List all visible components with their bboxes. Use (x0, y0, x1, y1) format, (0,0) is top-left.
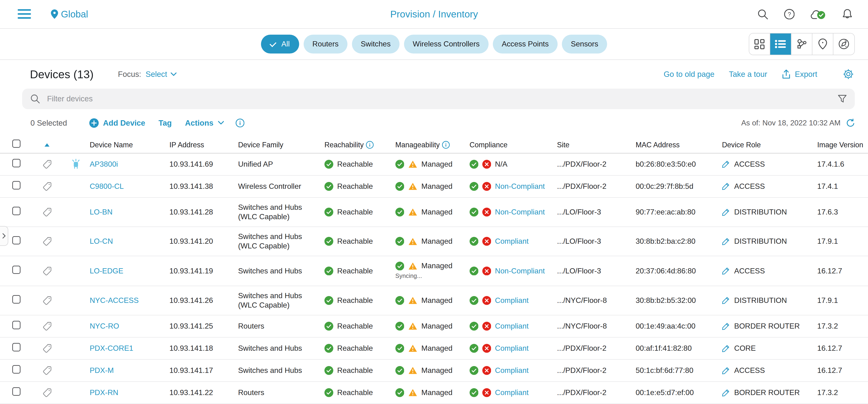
go-to-old-page-link[interactable]: Go to old page (664, 70, 715, 79)
column-header-device-name[interactable]: Device Name (90, 141, 169, 149)
tag-icon[interactable] (42, 344, 52, 353)
device-name-link[interactable]: NYC-RO (90, 322, 119, 330)
tag-icon[interactable] (42, 207, 52, 217)
check-circle-icon (395, 182, 404, 191)
info-icon[interactable] (236, 119, 245, 127)
device-name-link[interactable]: C9800-CL (90, 182, 124, 191)
compliance-link[interactable]: Non-Compliant (495, 266, 545, 276)
edit-role-pencil-icon[interactable] (722, 208, 730, 216)
side-panel-expander[interactable] (0, 226, 8, 246)
row-checkbox[interactable] (12, 343, 21, 351)
grid-view-icon[interactable] (749, 33, 770, 54)
edit-role-pencil-icon[interactable] (722, 322, 730, 330)
tag-icon[interactable] (42, 366, 52, 375)
edit-role-pencil-icon[interactable] (722, 296, 730, 304)
device-name-link[interactable]: PDX-CORE1 (90, 344, 133, 352)
device-name-link[interactable]: AP3800i (90, 160, 118, 168)
topology-view-icon[interactable] (792, 33, 812, 54)
device-name-link[interactable]: LO-EDGE (90, 267, 123, 275)
export-link[interactable]: Export (781, 69, 817, 79)
column-header-device-family[interactable]: Device Family (238, 141, 324, 149)
image-version-cell: 17.3.2 (817, 388, 868, 397)
help-icon[interactable]: ? (784, 9, 795, 20)
tag-icon[interactable] (42, 182, 52, 191)
filter-chip-all[interactable]: All (261, 35, 299, 54)
compliance-link[interactable]: Compliant (495, 344, 529, 353)
device-family-cell: Unified AP (238, 160, 324, 169)
device-name-link[interactable]: PDX-M (90, 366, 114, 375)
row-checkbox[interactable] (12, 387, 21, 396)
device-name-link[interactable]: LO-CN (90, 237, 113, 246)
column-header-mac-address[interactable]: MAC Address (636, 141, 722, 149)
tag-icon[interactable] (42, 388, 52, 397)
tag-button[interactable]: Tag (159, 119, 172, 127)
compliance-link[interactable]: Compliant (495, 296, 529, 305)
edit-role-pencil-icon[interactable] (722, 160, 730, 168)
tag-icon[interactable] (42, 296, 52, 305)
column-header-manageability[interactable]: Manageability (395, 141, 470, 149)
filter-chip-switches[interactable]: Switches (352, 35, 399, 54)
column-header-device-role[interactable]: Device Role (722, 141, 817, 149)
x-circle-icon (482, 182, 491, 191)
filter-chip-routers[interactable]: Routers (304, 35, 347, 54)
reachability-cell: Reachable (324, 388, 395, 397)
gear-icon[interactable] (843, 68, 854, 80)
column-header-reachability[interactable]: Reachability (324, 141, 395, 149)
compliance-link[interactable]: Non-Compliant (495, 207, 545, 217)
tag-icon[interactable] (42, 266, 52, 276)
info-icon[interactable] (366, 141, 374, 149)
info-icon[interactable] (442, 141, 450, 149)
tag-icon[interactable] (42, 321, 52, 331)
actions-dropdown[interactable]: Actions (185, 119, 224, 127)
row-checkbox[interactable] (12, 207, 21, 215)
cloud-status-icon[interactable] (810, 9, 826, 20)
notifications-bell-icon[interactable] (842, 9, 853, 20)
device-name-link[interactable]: NYC-ACCESS (90, 296, 139, 305)
compliance-link[interactable]: Compliant (495, 388, 529, 397)
filter-chip-access-points[interactable]: Access Points (493, 35, 557, 54)
svg-text:N: N (845, 39, 847, 42)
compliance-link[interactable]: Compliant (495, 321, 529, 331)
compliance-link[interactable]: Non-Compliant (495, 182, 545, 191)
select-all-checkbox[interactable] (12, 140, 21, 148)
filter-chip-sensors[interactable]: Sensors (562, 35, 607, 54)
column-header-site[interactable]: Site (557, 141, 636, 149)
compliance-link[interactable]: Compliant (495, 366, 529, 375)
filter-chip-wireless-controllers[interactable]: Wireless Controllers (404, 35, 489, 54)
compliance-link[interactable]: N/A (495, 160, 507, 169)
row-checkbox[interactable] (12, 266, 21, 274)
tag-icon[interactable] (42, 237, 52, 246)
edit-role-pencil-icon[interactable] (722, 345, 730, 352)
compliance-link[interactable]: Compliant (495, 237, 529, 246)
map-view-icon[interactable] (812, 33, 833, 54)
device-name-link[interactable]: LO-BN (90, 208, 113, 216)
edit-role-pencil-icon[interactable] (722, 367, 730, 375)
column-header-compliance[interactable]: Compliance (470, 141, 557, 149)
edit-role-pencil-icon[interactable] (722, 267, 730, 275)
device-name-link[interactable]: PDX-RN (90, 388, 119, 397)
take-a-tour-link[interactable]: Take a tour (729, 70, 767, 79)
site-selector[interactable]: Global (51, 9, 88, 20)
tag-icon[interactable] (42, 160, 52, 169)
refresh-icon[interactable] (846, 119, 855, 127)
row-checkbox[interactable] (12, 236, 21, 244)
add-device-button[interactable]: Add Device (89, 118, 145, 128)
list-view-icon[interactable] (770, 33, 791, 54)
edit-role-pencil-icon[interactable] (722, 182, 730, 190)
filter-devices-input[interactable] (46, 94, 838, 104)
row-checkbox[interactable] (12, 181, 21, 189)
row-checkbox[interactable] (12, 295, 21, 304)
search-icon[interactable] (757, 9, 768, 20)
edit-role-pencil-icon[interactable] (722, 238, 730, 246)
row-checkbox[interactable] (12, 365, 21, 373)
column-header-ip-address[interactable]: IP Address (169, 141, 238, 149)
filter-funnel-icon[interactable] (838, 95, 847, 103)
column-header-image-version[interactable]: Image Version (817, 141, 868, 149)
hamburger-menu-icon[interactable] (17, 8, 32, 20)
row-checkbox[interactable] (12, 321, 21, 329)
sort-ascending-icon[interactable] (32, 143, 62, 147)
edit-role-pencil-icon[interactable] (722, 389, 730, 397)
geo-compass-view-icon[interactable]: N (833, 33, 854, 54)
row-checkbox[interactable] (12, 159, 21, 167)
focus-select-dropdown[interactable]: Select (146, 70, 177, 79)
